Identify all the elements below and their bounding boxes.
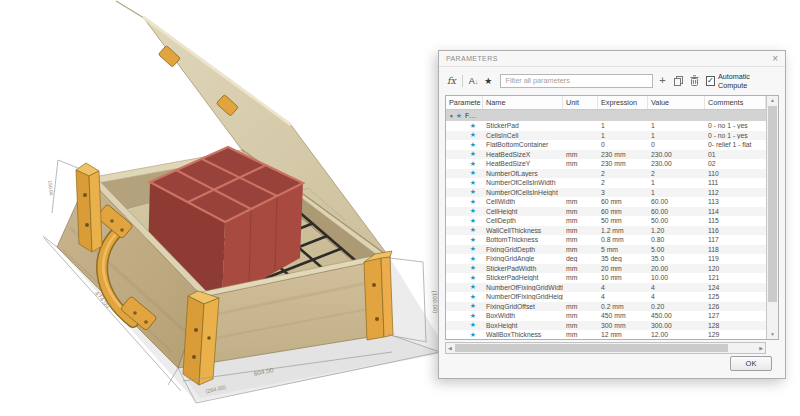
- parameter-row[interactable]: ★ HeatBedSizeY mm 230 mm 230.00 02: [446, 159, 766, 169]
- favorite-star-icon[interactable]: ★: [446, 160, 483, 168]
- favorite-star-icon[interactable]: ★: [446, 293, 483, 301]
- parameter-comments[interactable]: 114: [705, 208, 766, 215]
- parameter-expression[interactable]: 4: [598, 293, 648, 300]
- vertical-scrollbar[interactable]: ▲ ▼: [766, 96, 778, 339]
- favorite-star-icon[interactable]: ★: [446, 312, 483, 320]
- parameter-expression[interactable]: 0.8 mm: [598, 236, 648, 243]
- parameter-expression[interactable]: 12 mm: [598, 331, 648, 338]
- favorite-star-icon[interactable]: ★: [446, 264, 483, 272]
- vertical-scroll-thumb[interactable]: [768, 106, 777, 302]
- scroll-down-icon[interactable]: ▼: [770, 330, 775, 339]
- favorite-star-icon[interactable]: ★: [446, 255, 483, 263]
- parameter-row[interactable]: ★ FixingGridOffset mm 0.2 mm 0.20 126: [446, 302, 766, 312]
- favorite-star-icon[interactable]: ★: [446, 321, 483, 329]
- parameter-row[interactable]: ★ NumberOfCellsInHeight 3 1 112: [446, 188, 766, 198]
- parameter-comments[interactable]: 117: [705, 236, 766, 243]
- parameter-row[interactable]: ★ StickerPad 1 1 0 - no 1 - yes: [446, 121, 766, 131]
- parameter-comments[interactable]: 110: [705, 170, 766, 177]
- parameter-comments[interactable]: 129: [705, 331, 766, 338]
- parameter-expression[interactable]: 2: [598, 170, 648, 177]
- parameter-row[interactable]: ★ FlatBottomContainer 0 0 0- relief 1 - …: [446, 140, 766, 150]
- favorite-star-icon[interactable]: ★: [446, 226, 483, 234]
- parameter-comments[interactable]: 121: [705, 274, 766, 281]
- parameter-expression[interactable]: 50 mm: [598, 217, 648, 224]
- parameter-comments[interactable]: 125: [705, 293, 766, 300]
- parameter-expression[interactable]: 230 mm: [598, 160, 648, 167]
- parameter-comments[interactable]: 0- relief 1 - flat: [705, 141, 766, 148]
- col-unit[interactable]: Unit: [563, 96, 598, 109]
- parameter-expression[interactable]: 0: [598, 141, 648, 148]
- parameter-row[interactable]: ★ FixingGridDepth mm 5 mm 5.00 118: [446, 245, 766, 255]
- copy-icon[interactable]: [673, 75, 683, 86]
- parameter-expression[interactable]: 60 mm: [598, 208, 648, 215]
- parameter-comments[interactable]: 120: [705, 265, 766, 272]
- parameter-comments[interactable]: 0 - no 1 - yes: [705, 132, 766, 139]
- favorite-star-icon[interactable]: ★: [446, 141, 483, 149]
- col-comments[interactable]: Comments: [705, 96, 766, 109]
- parameter-comments[interactable]: 119: [705, 255, 766, 262]
- parameter-row[interactable]: ★ CellDepth mm 50 mm 50.00 115: [446, 216, 766, 226]
- favorite-star-icon[interactable]: ★: [446, 302, 483, 310]
- favorite-star-icon[interactable]: ★: [446, 245, 483, 253]
- scroll-right-icon[interactable]: ▶: [757, 345, 765, 351]
- parameter-expression[interactable]: 60 mm: [598, 198, 648, 205]
- automatic-compute-toggle[interactable]: ✓ Automatic Compute: [706, 72, 777, 90]
- parameter-expression[interactable]: 20 mm: [598, 265, 648, 272]
- parameter-row[interactable]: ★ NumberOfLayers 2 2 110: [446, 169, 766, 179]
- parameter-expression[interactable]: 10 mm: [598, 274, 648, 281]
- favorite-star-icon[interactable]: ★: [446, 131, 483, 139]
- favorite-star-icon[interactable]: ★: [446, 179, 483, 187]
- favorite-star-icon[interactable]: ★: [446, 198, 483, 206]
- add-parameter-icon[interactable]: +: [659, 75, 665, 86]
- scroll-up-icon[interactable]: ▲: [770, 96, 775, 105]
- parameter-comments[interactable]: 01: [705, 151, 766, 158]
- chevron-down-icon[interactable]: ▾: [450, 113, 453, 119]
- parameter-expression[interactable]: 1.2 mm: [598, 227, 648, 234]
- parameter-row[interactable]: ★ HeatBedSizeX mm 230 mm 230.00 01: [446, 150, 766, 160]
- favorite-star-icon[interactable]: ★: [446, 236, 483, 244]
- favorite-star-icon[interactable]: ★: [446, 169, 483, 177]
- parameter-expression[interactable]: 2: [598, 179, 648, 186]
- automatic-compute-checkbox[interactable]: ✓: [706, 76, 715, 86]
- favorites-filter-icon[interactable]: ★: [484, 76, 492, 86]
- parameter-comments[interactable]: 111: [705, 179, 766, 186]
- col-parameter[interactable]: Paramete: [446, 96, 483, 109]
- close-icon[interactable]: ×: [772, 54, 778, 64]
- parameter-comments[interactable]: 0 - no 1 - yes: [705, 122, 766, 129]
- parameter-row[interactable]: ★ CellHeight mm 60 mm 60.00 114: [446, 207, 766, 217]
- parameter-expression[interactable]: 1: [598, 132, 648, 139]
- parameter-expression[interactable]: 0.2 mm: [598, 303, 648, 310]
- parameter-expression[interactable]: 4: [598, 284, 648, 291]
- parameter-row[interactable]: ★ BoxHeight mm 300 mm 300.00 128: [446, 321, 766, 331]
- favorite-star-icon[interactable]: ★: [446, 283, 483, 291]
- parameter-comments[interactable]: 127: [705, 312, 766, 319]
- parameter-comments[interactable]: 124: [705, 284, 766, 291]
- horizontal-scrollbar[interactable]: ◀ ▶: [445, 342, 766, 354]
- parameter-comments[interactable]: 118: [705, 246, 766, 253]
- delete-icon[interactable]: [690, 75, 698, 86]
- parameter-comments[interactable]: 112: [705, 189, 766, 196]
- sort-icon[interactable]: A↓: [469, 76, 479, 86]
- favorite-star-icon[interactable]: ★: [446, 274, 483, 282]
- parameter-comments[interactable]: 128: [705, 322, 766, 329]
- fx-icon[interactable]: fx: [447, 75, 456, 86]
- parameter-row[interactable]: ★ BottomThickness mm 0.8 mm 0.80 117: [446, 235, 766, 245]
- col-value[interactable]: Value: [648, 96, 705, 109]
- parameter-expression[interactable]: 3: [598, 189, 648, 196]
- parameter-comments[interactable]: 126: [705, 303, 766, 310]
- parameter-comments[interactable]: 02: [705, 160, 766, 167]
- parameter-expression[interactable]: 1: [598, 122, 648, 129]
- parameter-row[interactable]: ★ WallBoxThickness mm 12 mm 12.00 129: [446, 330, 766, 339]
- horizontal-scroll-thumb[interactable]: [455, 344, 728, 352]
- favorite-star-icon[interactable]: ★: [446, 217, 483, 225]
- parameter-expression[interactable]: 230 mm: [598, 151, 648, 158]
- parameter-expression[interactable]: 450 mm: [598, 312, 648, 319]
- favorite-star-icon[interactable]: ★: [446, 188, 483, 196]
- parameter-expression[interactable]: 300 mm: [598, 322, 648, 329]
- col-expression[interactable]: Expression: [598, 96, 648, 109]
- parameter-row[interactable]: ★ NumberOfCellsInWidth 2 1 111: [446, 178, 766, 188]
- parameter-row[interactable]: ★ NumberOfFixingGridWidth 4 4 124: [446, 283, 766, 293]
- parameter-comments[interactable]: 113: [705, 198, 766, 205]
- scroll-left-icon[interactable]: ◀: [446, 345, 454, 351]
- filter-input[interactable]: [500, 74, 653, 88]
